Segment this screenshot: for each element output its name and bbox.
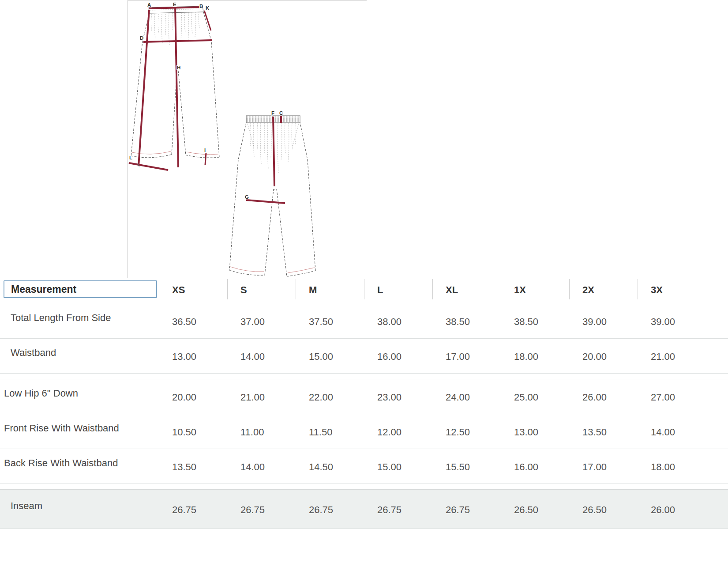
row-spacer [0, 374, 728, 379]
size-value: 23.00 [364, 379, 432, 414]
measure-line-i [205, 153, 206, 165]
size-value: 14.00 [227, 339, 296, 373]
size-value: 13.50 [569, 414, 638, 449]
size-value: 26.75 [296, 490, 364, 529]
measure-line-hip [143, 40, 212, 42]
size-value: 13.50 [159, 449, 227, 484]
table-row: Back Rise With Waistband 13.50 14.00 14.… [0, 449, 728, 484]
size-value: 16.00 [364, 339, 432, 373]
row-label: Back Rise With Waistband [0, 449, 159, 484]
measure-label-i: I [204, 147, 206, 153]
measure-label-g: G [245, 194, 249, 200]
size-value: 14.00 [638, 414, 728, 449]
row-label: Front Rise With Waistband [0, 414, 159, 449]
size-value: 38.50 [432, 304, 501, 338]
measure-label-l: L [129, 155, 132, 160]
measure-label-a: A [147, 2, 151, 8]
size-value: 38.00 [364, 304, 432, 338]
size-value: 10.50 [159, 414, 227, 449]
table-header-row: Measurement XS S M L XL 1X 2X 3X [0, 277, 728, 304]
size-value: 26.75 [159, 490, 227, 529]
table-row: Low Hip 6" Down 20.00 21.00 22.00 23.00 … [0, 379, 728, 414]
measure-line-k [204, 11, 211, 30]
size-value: 39.00 [569, 304, 638, 338]
size-value: 26.00 [638, 490, 728, 529]
measure-label-b: B [199, 4, 203, 9]
measure-label-h: H [177, 65, 180, 70]
size-value: 25.00 [501, 379, 569, 414]
size-value: 37.00 [227, 304, 296, 338]
measure-line-hem-width [129, 163, 168, 170]
measure-label-k: K [206, 5, 210, 11]
size-header-3x: 3X [638, 277, 728, 304]
measure-label-e: E [173, 2, 176, 7]
size-value: 14.50 [296, 449, 364, 484]
row-label: Inseam [0, 490, 159, 529]
size-header-xl: XL [432, 277, 501, 304]
size-value: 21.00 [638, 339, 728, 373]
measure-label-d: D [140, 35, 143, 41]
size-value: 26.00 [569, 379, 638, 414]
measurement-header-cell[interactable]: Measurement [0, 277, 159, 304]
size-header-1x: 1X [501, 277, 569, 304]
size-value: 11.00 [227, 414, 296, 449]
size-chart-table: Measurement XS S M L XL 1X 2X 3X Total L… [0, 277, 728, 529]
measure-label-c: C [279, 110, 283, 116]
size-value: 13.00 [501, 414, 569, 449]
size-value: 22.00 [296, 379, 364, 414]
panel-top-border [127, 0, 367, 1]
size-value: 18.00 [501, 339, 569, 373]
size-value: 13.00 [159, 339, 227, 373]
table-row: Front Rise With Waistband 10.50 11.00 11… [0, 414, 728, 449]
measure-line-g [246, 200, 285, 203]
size-value: 36.50 [159, 304, 227, 338]
size-value: 39.00 [638, 304, 728, 338]
size-value: 26.75 [432, 490, 501, 529]
measure-line-side-length [139, 10, 149, 166]
size-value: 12.50 [432, 414, 501, 449]
size-value: 15.00 [296, 339, 364, 373]
size-value: 26.75 [227, 490, 296, 529]
size-value: 15.50 [432, 449, 501, 484]
measure-label-f: F [271, 110, 274, 116]
size-value: 38.50 [501, 304, 569, 338]
size-value: 20.00 [159, 379, 227, 414]
measure-line-back-rise [273, 117, 274, 186]
size-header-m: M [296, 277, 364, 304]
size-value: 20.00 [569, 339, 638, 373]
size-value: 26.75 [364, 490, 432, 529]
table-row: Waistband 13.00 14.00 15.00 16.00 17.00 … [0, 339, 728, 374]
measurement-header-box[interactable]: Measurement [4, 280, 157, 298]
row-label: Low Hip 6" Down [0, 379, 159, 414]
size-chart-page: A E B K D H L I [0, 0, 728, 563]
size-value: 11.50 [296, 414, 364, 449]
size-value: 18.00 [638, 449, 728, 484]
size-value: 12.00 [364, 414, 432, 449]
size-value: 26.50 [501, 490, 569, 529]
size-value: 21.00 [227, 379, 296, 414]
size-value: 17.00 [569, 449, 638, 484]
size-value: 15.00 [364, 449, 432, 484]
size-header-xs: XS [159, 277, 227, 304]
size-value: 14.00 [227, 449, 296, 484]
size-value: 26.50 [569, 490, 638, 529]
size-value: 24.00 [432, 379, 501, 414]
table-row: Total Length From Side 36.50 37.00 37.50… [0, 304, 728, 339]
row-label: Waistband [0, 339, 159, 373]
size-header-2x: 2X [569, 277, 638, 304]
row-label: Total Length From Side [0, 304, 159, 338]
table-row-alt: Inseam 26.75 26.75 26.75 26.75 26.75 26.… [0, 489, 728, 529]
pants-front-diagram: A E B K D H L I [126, 2, 225, 172]
size-header-s: S [227, 277, 296, 304]
measure-line-center-length [175, 6, 178, 167]
size-value: 16.00 [501, 449, 569, 484]
row-spacer [0, 484, 728, 489]
size-value: 17.00 [432, 339, 501, 373]
size-header-l: L [364, 277, 432, 304]
size-value: 37.50 [296, 304, 364, 338]
size-value: 27.00 [638, 379, 728, 414]
pants-back-diagram: F C G [227, 110, 320, 278]
